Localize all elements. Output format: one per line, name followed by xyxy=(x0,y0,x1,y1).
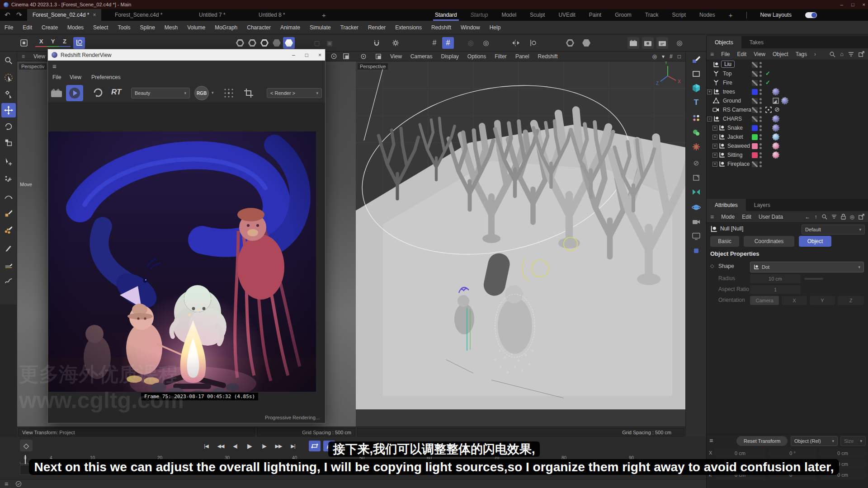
preset-dropdown[interactable]: Default ▾ xyxy=(802,225,865,235)
popout-icon[interactable] xyxy=(859,51,864,57)
rgb-dropdown-icon[interactable]: ▾ xyxy=(212,90,214,95)
menu-tools[interactable]: Tools xyxy=(118,24,130,31)
home-icon[interactable]: ⌂ xyxy=(840,51,844,57)
material-thumb-purple[interactable] xyxy=(773,125,779,131)
expand-icon[interactable]: + xyxy=(712,162,717,167)
vp-toggle-icon-3[interactable]: # xyxy=(670,53,673,60)
layer-chip[interactable] xyxy=(752,107,758,113)
objects-menu-file[interactable]: File xyxy=(721,51,730,57)
forbid-tag-icon[interactable]: ⊘ xyxy=(774,106,780,113)
snapshot-icon[interactable] xyxy=(51,87,62,98)
pixel-grid-icon[interactable] xyxy=(223,88,234,99)
texture-mode-icon[interactable]: ▢ xyxy=(311,37,323,49)
visibility-dots[interactable] xyxy=(760,62,762,68)
visibility-dots[interactable] xyxy=(760,161,762,167)
doc-tab-untitled-7[interactable]: Untitled 7 * xyxy=(193,9,231,21)
objects-menu-edit[interactable]: Edit xyxy=(737,51,747,57)
viewport-canvas[interactable]: Y X Z xyxy=(356,61,685,427)
object-row-ground[interactable]: Ground xyxy=(707,96,868,105)
pen-points-icon[interactable] xyxy=(1,222,16,237)
layer-chip[interactable] xyxy=(752,71,758,77)
axis-x-button[interactable]: X xyxy=(35,37,47,47)
layout-tab-groom[interactable]: Groom xyxy=(615,12,632,18)
object-row-top[interactable]: Top ✓ xyxy=(707,69,868,78)
renderview-hamburger-icon[interactable]: ≡ xyxy=(52,62,57,70)
radius-slider[interactable] xyxy=(804,278,823,280)
menu-window[interactable]: Window xyxy=(461,24,480,31)
visibility-dots[interactable] xyxy=(760,116,762,122)
rotate-tool-icon[interactable] xyxy=(1,119,16,134)
history-up-icon[interactable]: ↑ xyxy=(815,214,817,220)
layout-tab-sculpt[interactable]: Sculpt xyxy=(530,12,545,18)
section-object-button[interactable]: Object xyxy=(799,236,831,247)
vp-menu-redshift[interactable]: Redshift xyxy=(538,53,558,60)
tab-objects[interactable]: Objects xyxy=(707,36,741,48)
tab-close-icon[interactable]: × xyxy=(93,12,96,18)
objects-menu-object[interactable]: Object xyxy=(773,51,788,57)
visibility-dots[interactable] xyxy=(760,125,762,131)
polygons-mode-icon[interactable] xyxy=(259,37,270,49)
rv-menu-preferences[interactable]: Preferences xyxy=(91,74,121,80)
live-selection-icon[interactable] xyxy=(1,70,16,85)
expand-icon[interactable]: + xyxy=(712,135,717,140)
layout-tab-track[interactable]: Track xyxy=(645,12,659,18)
chip-icon[interactable] xyxy=(689,244,703,258)
brush-tool-icon[interactable] xyxy=(1,241,16,256)
start-render-button[interactable] xyxy=(66,85,83,101)
section-basic-button[interactable]: Basic xyxy=(710,236,739,247)
current-state-icon[interactable] xyxy=(580,37,592,49)
pen-line-icon[interactable] xyxy=(1,258,16,272)
menu-redshift[interactable]: Redshift xyxy=(431,24,451,31)
expand-icon[interactable]: + xyxy=(707,89,712,94)
snap-magnet-icon[interactable] xyxy=(371,37,382,49)
axis-center-icon[interactable]: ◎ xyxy=(480,37,492,49)
protection-tag-icon[interactable] xyxy=(765,107,772,113)
workplane-mode-icon[interactable]: ▣ xyxy=(324,37,335,49)
object-row-fire[interactable]: Fire ✓ xyxy=(707,78,868,87)
transform-tool-icon[interactable] xyxy=(1,155,16,169)
aspect-ratio-value[interactable]: 1 xyxy=(750,285,801,294)
orientation-y-button[interactable]: Y xyxy=(810,296,835,305)
doc-tab-untitled-8[interactable]: Untitled 8 * xyxy=(253,9,291,21)
sphere-field-icon[interactable] xyxy=(689,201,703,214)
objects-menu-more-icon[interactable]: › xyxy=(814,51,816,57)
attributes-menu-edit[interactable]: Edit xyxy=(742,214,751,220)
viewport-settings-icon[interactable] xyxy=(360,53,367,60)
layout-tab-standard[interactable]: Standard xyxy=(435,12,457,18)
material-thumb-purple[interactable] xyxy=(782,98,788,104)
viewport-hamburger-icon[interactable]: ≡ xyxy=(22,53,25,60)
object-row-trees[interactable]: + trees xyxy=(707,87,868,96)
object-name-input[interactable]: Liu xyxy=(721,61,735,68)
menu-create[interactable]: Create xyxy=(42,24,58,31)
points-mode-icon[interactable] xyxy=(234,37,246,49)
renderview-maximize-button[interactable]: □ xyxy=(305,52,308,58)
new-layouts-toggle[interactable] xyxy=(805,12,817,18)
search-icon[interactable] xyxy=(821,214,827,220)
grid-quantize-icon[interactable]: # xyxy=(429,37,440,49)
layout-tab-script[interactable]: Script xyxy=(672,12,686,18)
add-layout-button[interactable]: + xyxy=(729,11,733,19)
layer-chip[interactable] xyxy=(752,80,758,86)
make-editable-icon[interactable] xyxy=(564,37,576,49)
search-icon[interactable] xyxy=(829,51,835,57)
redshift-renderview-window[interactable]: Redshift RenderView – □ × ≡ File View Pr… xyxy=(47,49,326,423)
objects-menu-view[interactable]: View xyxy=(754,51,765,57)
bottom-hamburger-icon[interactable]: ≡ xyxy=(5,480,8,488)
renderview-titlebar[interactable]: Redshift RenderView – □ × xyxy=(48,49,325,61)
doc-tab-forest-scene-02[interactable]: Forest_Scene_02.c4d * × xyxy=(27,9,101,21)
camera-object-icon[interactable] xyxy=(689,215,703,229)
rgb-channel-button[interactable]: RGB xyxy=(194,86,209,100)
display-icon[interactable] xyxy=(689,230,703,243)
filter-icon[interactable] xyxy=(831,214,837,219)
layer-chip[interactable] xyxy=(752,98,758,104)
layer-chip-blue[interactable] xyxy=(752,125,758,131)
layout-tab-model[interactable]: Model xyxy=(501,12,516,18)
zoom-tool-icon[interactable] xyxy=(1,53,16,68)
menu-mesh[interactable]: Mesh xyxy=(165,24,178,31)
viewport-sync-icon[interactable] xyxy=(330,53,337,60)
move-tool-icon[interactable] xyxy=(1,103,16,117)
expand-icon[interactable]: + xyxy=(712,144,717,149)
material-thumb-blue[interactable] xyxy=(773,134,779,140)
snap-settings-icon[interactable] xyxy=(390,37,401,49)
material-thumb-pink[interactable] xyxy=(773,152,779,158)
